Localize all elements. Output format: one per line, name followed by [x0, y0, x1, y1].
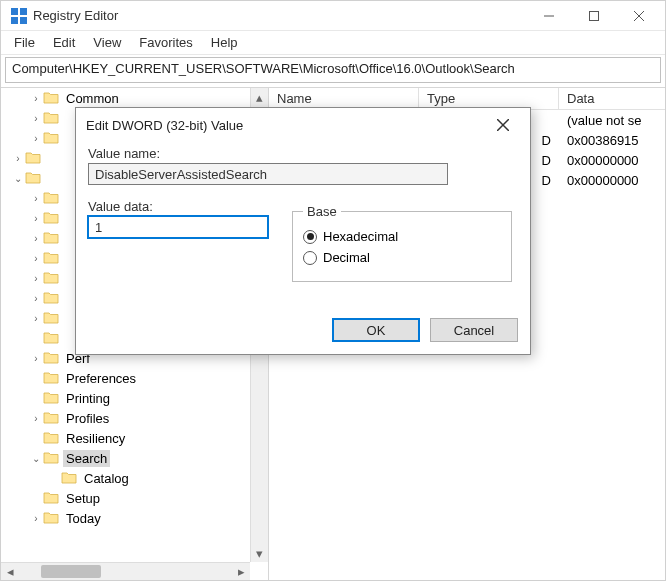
chevron-right-icon[interactable]: ›: [29, 133, 43, 144]
window-titlebar: Registry Editor: [1, 1, 665, 31]
chevron-right-icon[interactable]: ›: [29, 313, 43, 324]
tree-item-label: Preferences: [63, 370, 139, 387]
chevron-right-icon[interactable]: ›: [29, 513, 43, 524]
tree-item[interactable]: Preferences: [1, 368, 250, 388]
menu-view[interactable]: View: [84, 32, 130, 53]
chevron-right-icon[interactable]: ›: [11, 153, 25, 164]
tree-item-label: Setup: [63, 490, 103, 507]
chevron-right-icon[interactable]: ›: [29, 413, 43, 424]
scroll-up-icon[interactable]: ▴: [251, 88, 268, 106]
folder-icon: [43, 371, 59, 385]
tree-item-label: [63, 257, 69, 259]
tree-item-label: Printing: [63, 390, 113, 407]
value-data-field[interactable]: [88, 216, 268, 238]
col-data[interactable]: Data: [559, 88, 665, 109]
folder-icon: [43, 211, 59, 225]
folder-icon: [43, 431, 59, 445]
chevron-right-icon[interactable]: ›: [29, 113, 43, 124]
tree-item-label: [63, 237, 69, 239]
radio-hex-icon[interactable]: [303, 230, 317, 244]
folder-icon: [43, 411, 59, 425]
tree-item[interactable]: ⌄Search: [1, 448, 250, 468]
svg-rect-2: [11, 17, 18, 24]
dialog-buttons: OK Cancel: [76, 318, 530, 354]
chevron-right-icon[interactable]: ›: [29, 253, 43, 264]
tree-item[interactable]: Setup: [1, 488, 250, 508]
tree-item-label: [63, 337, 69, 339]
col-name[interactable]: Name: [269, 88, 419, 109]
chevron-right-icon[interactable]: ›: [29, 193, 43, 204]
folder-icon: [43, 351, 59, 365]
cell-data: 0x00386915: [559, 133, 665, 148]
tree-item-label: [63, 297, 69, 299]
folder-icon: [43, 191, 59, 205]
cell-data: (value not se: [559, 113, 665, 128]
tree-item[interactable]: Resiliency: [1, 428, 250, 448]
folder-icon: [43, 451, 59, 465]
chevron-right-icon[interactable]: ›: [29, 353, 43, 364]
dialog-body: Value name: Value data: Base Hexadecimal…: [76, 142, 530, 318]
folder-icon: [43, 91, 59, 105]
scroll-left-icon[interactable]: ◂: [1, 563, 19, 580]
folder-icon: [43, 271, 59, 285]
folder-icon: [43, 251, 59, 265]
chevron-right-icon[interactable]: ›: [29, 93, 43, 104]
tree-horizontal-scrollbar[interactable]: ◂ ▸: [1, 562, 250, 580]
folder-icon: [43, 511, 59, 525]
tree-item[interactable]: ›Profiles: [1, 408, 250, 428]
radio-hexadecimal[interactable]: Hexadecimal: [303, 229, 501, 244]
tree-item-label: [63, 317, 69, 319]
svg-rect-1: [20, 8, 27, 15]
col-type[interactable]: Type: [419, 88, 559, 109]
ok-button[interactable]: OK: [332, 318, 420, 342]
dialog-close-button[interactable]: [486, 108, 520, 142]
chevron-right-icon[interactable]: ›: [29, 233, 43, 244]
tree-item-label: Catalog: [81, 470, 132, 487]
tree-item-label: [63, 117, 69, 119]
folder-icon: [43, 331, 59, 345]
menu-file[interactable]: File: [5, 32, 44, 53]
cancel-button[interactable]: Cancel: [430, 318, 518, 342]
scroll-right-icon[interactable]: ▸: [232, 563, 250, 580]
chevron-right-icon[interactable]: ›: [29, 293, 43, 304]
cell-data: 0x00000000: [559, 173, 665, 188]
radio-dec-label: Decimal: [323, 250, 370, 265]
base-fieldset: Base Hexadecimal Decimal: [292, 204, 512, 282]
folder-icon: [43, 391, 59, 405]
menu-edit[interactable]: Edit: [44, 32, 84, 53]
chevron-down-icon[interactable]: ⌄: [11, 173, 25, 184]
tree-item-label: [63, 217, 69, 219]
svg-rect-5: [589, 11, 598, 20]
value-name-field[interactable]: [88, 163, 448, 185]
folder-icon: [43, 311, 59, 325]
tree-item-label: [45, 177, 51, 179]
base-legend: Base: [303, 204, 341, 219]
chevron-down-icon[interactable]: ⌄: [29, 453, 43, 464]
edit-dword-dialog: Edit DWORD (32-bit) Value Value name: Va…: [75, 107, 531, 355]
radio-dec-icon[interactable]: [303, 251, 317, 265]
menu-help[interactable]: Help: [202, 32, 247, 53]
menu-favorites[interactable]: Favorites: [130, 32, 201, 53]
maximize-button[interactable]: [571, 1, 616, 30]
minimize-button[interactable]: [526, 1, 571, 30]
close-button[interactable]: [616, 1, 661, 30]
address-bar[interactable]: Computer\HKEY_CURRENT_USER\SOFTWARE\Micr…: [5, 57, 661, 83]
radio-hex-label: Hexadecimal: [323, 229, 398, 244]
svg-rect-0: [11, 8, 18, 15]
dialog-title: Edit DWORD (32-bit) Value: [86, 118, 486, 133]
chevron-right-icon[interactable]: ›: [29, 273, 43, 284]
menubar: File Edit View Favorites Help: [1, 31, 665, 55]
tree-item-label: Profiles: [63, 410, 112, 427]
scroll-thumb-h[interactable]: [41, 565, 101, 578]
radio-decimal[interactable]: Decimal: [303, 250, 501, 265]
chevron-right-icon[interactable]: ›: [29, 213, 43, 224]
folder-icon: [61, 471, 77, 485]
tree-item[interactable]: ›Common: [1, 88, 250, 108]
scroll-down-icon[interactable]: ▾: [251, 544, 268, 562]
tree-item[interactable]: ›Today: [1, 508, 250, 528]
tree-item[interactable]: Catalog: [1, 468, 250, 488]
regedit-icon: [11, 8, 27, 24]
folder-icon: [43, 111, 59, 125]
tree-item[interactable]: Printing: [1, 388, 250, 408]
tree-item-label: [63, 137, 69, 139]
